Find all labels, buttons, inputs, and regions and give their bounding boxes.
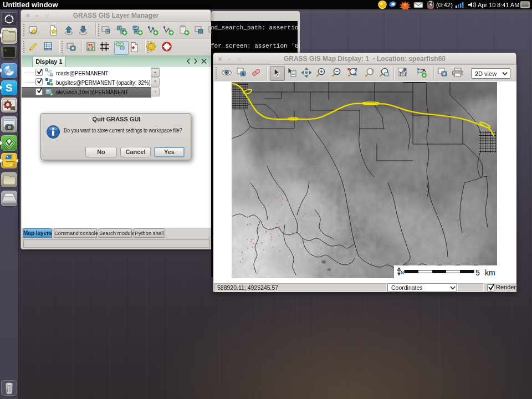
svg-text:8:41 AM: 8:41 AM [497,2,519,8]
svg-text:(0:42): (0:42) [436,2,453,8]
svg-text:A: A [422,68,426,73]
svg-text:km: km [485,268,495,277]
svg-text:N: N [401,270,404,275]
svg-text:Apr 10: Apr 10 [478,2,495,8]
svg-text:5: 5 [475,268,480,277]
